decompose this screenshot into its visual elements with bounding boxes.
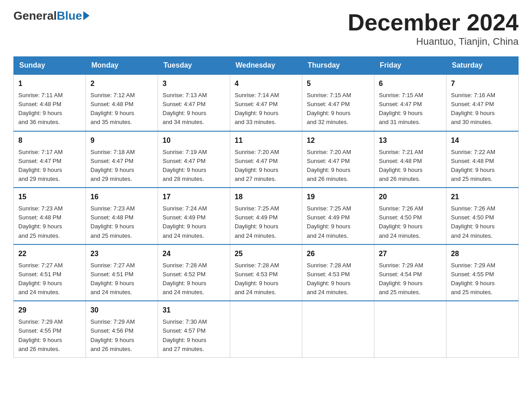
day-number: 4 <box>235 78 297 89</box>
day-info: Sunrise: 7:29 AMSunset: 4:54 PMDaylight:… <box>379 261 442 297</box>
day-number: 28 <box>451 248 514 259</box>
calendar-day-cell: 13Sunrise: 7:21 AMSunset: 4:48 PMDayligh… <box>374 131 446 188</box>
day-info: Sunrise: 7:30 AMSunset: 4:57 PMDaylight:… <box>163 317 225 354</box>
day-number: 26 <box>307 248 369 259</box>
day-info: Sunrise: 7:23 AMSunset: 4:48 PMDaylight:… <box>90 204 153 240</box>
calendar-header-saturday: Saturday <box>446 57 519 75</box>
day-number: 19 <box>307 192 369 202</box>
logo-blue-text: Blue <box>57 9 82 23</box>
day-info: Sunrise: 7:15 AMSunset: 4:47 PMDaylight:… <box>307 91 369 127</box>
day-info: Sunrise: 7:28 AMSunset: 4:52 PMDaylight:… <box>163 261 225 297</box>
calendar-header-row: SundayMondayTuesdayWednesdayThursdayFrid… <box>14 57 519 75</box>
calendar-day-cell: 18Sunrise: 7:25 AMSunset: 4:49 PMDayligh… <box>230 188 302 244</box>
calendar-header-sunday: Sunday <box>14 57 86 75</box>
calendar-day-cell <box>302 301 374 357</box>
calendar-day-cell <box>374 301 446 357</box>
day-number: 22 <box>18 248 81 259</box>
calendar-week-row: 8Sunrise: 7:17 AMSunset: 4:47 PMDaylight… <box>14 131 519 188</box>
calendar-day-cell: 27Sunrise: 7:29 AMSunset: 4:54 PMDayligh… <box>374 244 446 301</box>
calendar-header-thursday: Thursday <box>302 57 374 75</box>
day-number: 7 <box>451 78 514 89</box>
calendar-day-cell: 15Sunrise: 7:23 AMSunset: 4:48 PMDayligh… <box>14 188 86 244</box>
day-info: Sunrise: 7:29 AMSunset: 4:56 PMDaylight:… <box>90 317 153 354</box>
day-info: Sunrise: 7:12 AMSunset: 4:48 PMDaylight:… <box>90 91 153 127</box>
month-title: December 2024 <box>348 9 519 36</box>
calendar-day-cell: 28Sunrise: 7:29 AMSunset: 4:55 PMDayligh… <box>446 244 519 301</box>
day-number: 27 <box>379 248 442 259</box>
calendar-week-row: 1Sunrise: 7:11 AMSunset: 4:48 PMDaylight… <box>14 74 519 131</box>
day-number: 15 <box>18 192 81 202</box>
calendar-header-wednesday: Wednesday <box>230 57 302 75</box>
calendar-day-cell: 23Sunrise: 7:27 AMSunset: 4:51 PMDayligh… <box>86 244 158 301</box>
calendar-day-cell: 24Sunrise: 7:28 AMSunset: 4:52 PMDayligh… <box>158 244 230 301</box>
day-number: 2 <box>90 78 153 89</box>
day-number: 3 <box>163 78 225 89</box>
calendar-day-cell: 6Sunrise: 7:15 AMSunset: 4:47 PMDaylight… <box>374 74 446 131</box>
calendar-day-cell: 7Sunrise: 7:16 AMSunset: 4:47 PMDaylight… <box>446 74 519 131</box>
calendar-day-cell: 5Sunrise: 7:15 AMSunset: 4:47 PMDaylight… <box>302 74 374 131</box>
day-number: 17 <box>163 192 225 202</box>
day-number: 14 <box>451 135 514 146</box>
calendar-table: SundayMondayTuesdayWednesdayThursdayFrid… <box>13 56 519 358</box>
calendar-day-cell: 20Sunrise: 7:26 AMSunset: 4:50 PMDayligh… <box>374 188 446 244</box>
calendar-day-cell: 21Sunrise: 7:26 AMSunset: 4:50 PMDayligh… <box>446 188 519 244</box>
day-number: 25 <box>235 248 297 259</box>
day-number: 20 <box>379 192 442 202</box>
calendar-day-cell: 17Sunrise: 7:24 AMSunset: 4:49 PMDayligh… <box>158 188 230 244</box>
day-info: Sunrise: 7:29 AMSunset: 4:55 PMDaylight:… <box>18 317 81 354</box>
calendar-day-cell: 29Sunrise: 7:29 AMSunset: 4:55 PMDayligh… <box>14 301 86 357</box>
day-number: 1 <box>18 78 81 89</box>
day-info: Sunrise: 7:23 AMSunset: 4:48 PMDaylight:… <box>18 204 81 240</box>
day-info: Sunrise: 7:16 AMSunset: 4:47 PMDaylight:… <box>451 91 514 127</box>
calendar-day-cell: 19Sunrise: 7:25 AMSunset: 4:49 PMDayligh… <box>302 188 374 244</box>
calendar-day-cell: 30Sunrise: 7:29 AMSunset: 4:56 PMDayligh… <box>86 301 158 357</box>
day-number: 23 <box>90 248 153 259</box>
title-area: December 2024 Huantuo, Tianjin, China <box>348 9 519 47</box>
day-number: 5 <box>307 78 369 89</box>
day-number: 31 <box>163 305 225 316</box>
calendar-day-cell: 4Sunrise: 7:14 AMSunset: 4:47 PMDaylight… <box>230 74 302 131</box>
day-number: 21 <box>451 192 514 202</box>
calendar-week-row: 29Sunrise: 7:29 AMSunset: 4:55 PMDayligh… <box>14 301 519 357</box>
day-info: Sunrise: 7:14 AMSunset: 4:47 PMDaylight:… <box>235 91 297 127</box>
calendar-day-cell: 26Sunrise: 7:28 AMSunset: 4:53 PMDayligh… <box>302 244 374 301</box>
calendar-day-cell: 12Sunrise: 7:20 AMSunset: 4:47 PMDayligh… <box>302 131 374 188</box>
day-info: Sunrise: 7:27 AMSunset: 4:51 PMDaylight:… <box>18 261 81 297</box>
calendar-day-cell: 3Sunrise: 7:13 AMSunset: 4:47 PMDaylight… <box>158 74 230 131</box>
day-info: Sunrise: 7:29 AMSunset: 4:55 PMDaylight:… <box>451 261 514 297</box>
calendar-day-cell: 10Sunrise: 7:19 AMSunset: 4:47 PMDayligh… <box>158 131 230 188</box>
day-info: Sunrise: 7:13 AMSunset: 4:47 PMDaylight:… <box>163 91 225 127</box>
day-info: Sunrise: 7:25 AMSunset: 4:49 PMDaylight:… <box>307 204 369 240</box>
calendar-header-friday: Friday <box>374 57 446 75</box>
logo-blue-part: Blue <box>57 9 90 23</box>
location-subtitle: Huantuo, Tianjin, China <box>348 36 519 47</box>
day-number: 8 <box>18 135 81 146</box>
calendar-week-row: 22Sunrise: 7:27 AMSunset: 4:51 PMDayligh… <box>14 244 519 301</box>
day-info: Sunrise: 7:21 AMSunset: 4:48 PMDaylight:… <box>379 148 442 184</box>
logo-general-text: General <box>13 9 57 23</box>
calendar-header-tuesday: Tuesday <box>158 57 230 75</box>
day-info: Sunrise: 7:20 AMSunset: 4:47 PMDaylight:… <box>235 148 297 184</box>
day-info: Sunrise: 7:15 AMSunset: 4:47 PMDaylight:… <box>379 91 442 127</box>
day-number: 11 <box>235 135 297 146</box>
calendar-day-cell: 1Sunrise: 7:11 AMSunset: 4:48 PMDaylight… <box>14 74 86 131</box>
day-number: 12 <box>307 135 369 146</box>
calendar-day-cell: 2Sunrise: 7:12 AMSunset: 4:48 PMDaylight… <box>86 74 158 131</box>
day-info: Sunrise: 7:26 AMSunset: 4:50 PMDaylight:… <box>379 204 442 240</box>
day-info: Sunrise: 7:18 AMSunset: 4:47 PMDaylight:… <box>90 148 153 184</box>
day-number: 24 <box>163 248 225 259</box>
calendar-week-row: 15Sunrise: 7:23 AMSunset: 4:48 PMDayligh… <box>14 188 519 244</box>
day-number: 18 <box>235 192 297 202</box>
day-info: Sunrise: 7:28 AMSunset: 4:53 PMDaylight:… <box>307 261 369 297</box>
day-info: Sunrise: 7:17 AMSunset: 4:47 PMDaylight:… <box>18 148 81 184</box>
calendar-day-cell: 25Sunrise: 7:28 AMSunset: 4:53 PMDayligh… <box>230 244 302 301</box>
day-info: Sunrise: 7:11 AMSunset: 4:48 PMDaylight:… <box>18 91 81 127</box>
calendar-day-cell <box>446 301 519 357</box>
day-info: Sunrise: 7:28 AMSunset: 4:53 PMDaylight:… <box>235 261 297 297</box>
calendar-day-cell: 16Sunrise: 7:23 AMSunset: 4:48 PMDayligh… <box>86 188 158 244</box>
calendar-day-cell: 8Sunrise: 7:17 AMSunset: 4:47 PMDaylight… <box>14 131 86 188</box>
day-info: Sunrise: 7:25 AMSunset: 4:49 PMDaylight:… <box>235 204 297 240</box>
day-number: 6 <box>379 78 442 89</box>
day-info: Sunrise: 7:22 AMSunset: 4:48 PMDaylight:… <box>451 148 514 184</box>
day-number: 10 <box>163 135 225 146</box>
